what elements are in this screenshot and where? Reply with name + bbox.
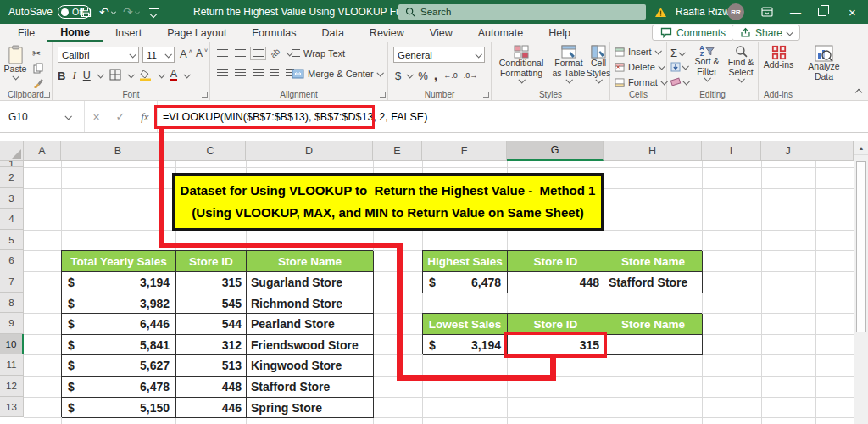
column-header-A[interactable]: A bbox=[24, 141, 61, 161]
cut-button[interactable]: ✂ bbox=[32, 47, 41, 59]
cell-B8[interactable]: $3,982 bbox=[62, 293, 176, 314]
align-center-button[interactable] bbox=[235, 69, 246, 77]
cell-D9[interactable]: Pearland Store bbox=[247, 314, 374, 335]
cell-D7[interactable]: Sugarland Store bbox=[247, 272, 374, 293]
cell-D6[interactable]: Store Name bbox=[247, 251, 374, 272]
cell-B13[interactable]: $5,150 bbox=[62, 398, 176, 418]
sort-filter-button[interactable]: AZ Sort & Filter bbox=[689, 45, 725, 81]
bold-button[interactable]: B bbox=[58, 70, 65, 82]
user-avatar[interactable]: RR bbox=[727, 0, 744, 24]
cancel-icon[interactable]: × bbox=[92, 110, 99, 124]
currency-dropdown-icon[interactable] bbox=[407, 71, 414, 78]
save-button[interactable] bbox=[81, 0, 92, 24]
increase-decimal-button[interactable]: ←.0 bbox=[443, 71, 458, 80]
font-color-button[interactable]: A bbox=[170, 70, 177, 81]
cell-D12[interactable]: Stafford Store bbox=[247, 377, 374, 398]
add-ins-button[interactable]: Add-ins bbox=[760, 45, 797, 70]
currency-format-button[interactable]: $ bbox=[395, 70, 401, 82]
comma-format-button[interactable]: , bbox=[434, 68, 437, 83]
column-header-J[interactable]: J bbox=[761, 141, 815, 161]
autosum-button[interactable]: Σ bbox=[670, 47, 684, 59]
number-format-select[interactable]: General bbox=[393, 47, 485, 63]
row-header-7[interactable]: 7 bbox=[0, 271, 24, 293]
cell-D8[interactable]: Richmond Store bbox=[247, 293, 374, 314]
cell-G6[interactable]: Store ID bbox=[508, 251, 604, 272]
cell-G7[interactable]: 448 bbox=[508, 272, 604, 293]
analyze-data-button[interactable]: Analyze Data bbox=[802, 45, 846, 81]
row-header-6[interactable]: 6 bbox=[0, 250, 24, 271]
font-size-select[interactable]: 11 bbox=[142, 47, 175, 63]
delete-cells-button[interactable]: Delete bbox=[615, 62, 664, 72]
format-as-table-button[interactable]: Format as Table bbox=[551, 45, 587, 83]
tab-file[interactable]: File bbox=[5, 24, 47, 42]
fill-button[interactable] bbox=[670, 62, 687, 72]
scroll-up-icon[interactable]: ▲ bbox=[854, 141, 868, 155]
scrollbar-thumb[interactable] bbox=[856, 161, 866, 332]
format-painter-button[interactable] bbox=[33, 78, 43, 88]
row-header-3[interactable]: 3 bbox=[0, 188, 24, 209]
align-bottom-button[interactable] bbox=[253, 49, 264, 58]
column-header-C[interactable]: C bbox=[175, 141, 246, 161]
tab-insert[interactable]: Insert bbox=[103, 24, 154, 42]
number-dialog-launcher[interactable] bbox=[483, 92, 489, 98]
font-dialog-launcher[interactable] bbox=[202, 92, 208, 98]
alignment-dialog-launcher[interactable] bbox=[380, 92, 386, 98]
tab-automate[interactable]: Automate bbox=[465, 24, 537, 42]
font-color-dropdown-icon[interactable] bbox=[184, 71, 191, 78]
tab-help[interactable]: Help bbox=[536, 24, 583, 42]
borders-button[interactable] bbox=[109, 69, 121, 82]
cell-D13[interactable]: Spring Store bbox=[247, 398, 374, 418]
cell-C11[interactable]: 513 bbox=[176, 355, 247, 377]
cell-F7[interactable]: $6,478 bbox=[423, 272, 508, 293]
redo-button[interactable]: ↷ bbox=[123, 0, 140, 24]
row-header-1[interactable]: 1 bbox=[0, 161, 24, 167]
row-header-11[interactable]: 11 bbox=[0, 354, 24, 376]
tab-home[interactable]: Home bbox=[47, 24, 103, 42]
insert-function-icon[interactable]: fx bbox=[141, 110, 148, 124]
tab-formulas[interactable]: Formulas bbox=[239, 24, 309, 42]
align-right-button[interactable] bbox=[253, 69, 264, 77]
cell-H6[interactable]: Store Name bbox=[604, 251, 703, 272]
clear-button[interactable] bbox=[670, 77, 688, 86]
comments-button[interactable]: Comments bbox=[652, 25, 734, 41]
align-left-button[interactable] bbox=[217, 69, 228, 77]
insert-cells-button[interactable]: Insert bbox=[615, 47, 660, 57]
tab-view[interactable]: View bbox=[417, 24, 465, 42]
dataset-title-banner[interactable]: Dataset for Using VLOOKUP to Return the … bbox=[172, 173, 604, 231]
name-box[interactable]: G10 bbox=[0, 101, 85, 132]
fill-color-button[interactable] bbox=[140, 70, 152, 82]
underline-button[interactable]: U bbox=[83, 70, 91, 81]
row-header-4[interactable]: 4 bbox=[0, 209, 24, 230]
column-header-I[interactable]: I bbox=[702, 141, 761, 161]
row-header-8[interactable]: 8 bbox=[0, 293, 24, 313]
close-button[interactable]: × bbox=[849, 0, 856, 24]
paste-button[interactable]: Paste bbox=[2, 45, 29, 80]
undo-button[interactable]: ↶ bbox=[99, 0, 116, 24]
align-middle-button[interactable] bbox=[235, 49, 246, 58]
cell-C9[interactable]: 544 bbox=[176, 314, 247, 335]
cell-F9[interactable]: Lowest Sales bbox=[423, 314, 508, 335]
cell-C7[interactable]: 315 bbox=[176, 272, 247, 293]
italic-button[interactable]: I bbox=[72, 69, 75, 82]
row-header-12[interactable]: 12 bbox=[0, 376, 24, 397]
tab-page-layout[interactable]: Page Layout bbox=[154, 24, 239, 42]
merge-center-button[interactable]: Merge & Center bbox=[292, 69, 382, 79]
column-header-partial[interactable] bbox=[815, 141, 854, 161]
column-header-E[interactable]: E bbox=[373, 141, 422, 161]
decrease-font-button[interactable]: A˅ bbox=[196, 47, 208, 59]
cell-styles-button[interactable]: Cell Styles bbox=[587, 45, 610, 83]
cell-D10[interactable]: Friendswood Store bbox=[247, 335, 374, 355]
decrease-decimal-button[interactable]: .0→ bbox=[464, 71, 478, 80]
cell-C6[interactable]: Store ID bbox=[176, 251, 247, 272]
cell-B6[interactable]: Total Yearly Sales bbox=[62, 251, 176, 272]
underline-dropdown-icon[interactable] bbox=[97, 71, 103, 78]
column-header-F[interactable]: F bbox=[422, 141, 507, 161]
collapse-ribbon-icon[interactable] bbox=[855, 89, 862, 96]
cell-B11[interactable]: $5,627 bbox=[62, 355, 176, 377]
orientation-button[interactable]: ab bbox=[269, 47, 282, 60]
row-header-5[interactable]: 5 bbox=[0, 230, 24, 250]
vertical-scrollbar[interactable]: ▲ bbox=[854, 141, 868, 424]
cell-C8[interactable]: 545 bbox=[176, 293, 247, 314]
enter-icon[interactable]: ✓ bbox=[115, 110, 125, 123]
column-header-H[interactable]: H bbox=[604, 141, 702, 161]
